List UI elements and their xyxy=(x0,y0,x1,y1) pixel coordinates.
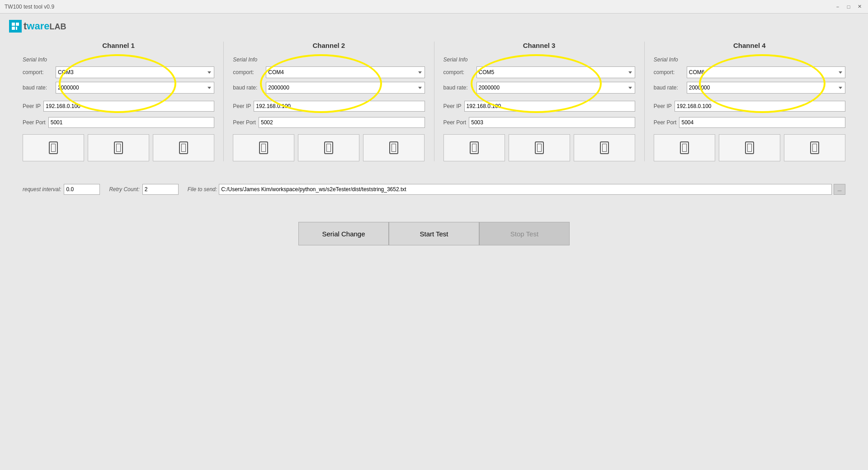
channel-3: Channel 3 Serial Info comport: COM5COM1C… xyxy=(434,42,644,161)
app-title: TW100 test tool v0.9 xyxy=(5,4,54,10)
channel-3-peer-ip-input[interactable] xyxy=(464,101,635,112)
channel-2-comport-label: comport: xyxy=(233,69,262,75)
channel-3-baudrate-row: baud rate: 200000096001152001000000 xyxy=(443,82,635,94)
channel-2-peer-section: Peer IP Peer Port xyxy=(233,101,425,128)
channel-1-baudrate-select[interactable]: 200000096001152001000000 xyxy=(56,82,214,94)
channel-2-comport-row: comport: COM4COM1COM2COM3COM5COM6 xyxy=(233,66,425,78)
channel-4-baudrate-row: baud rate: 200000096001152001000000 xyxy=(654,82,845,94)
retry-count-label: Retry Count: xyxy=(109,186,139,193)
channel-1-peer-section: Peer IP Peer Port xyxy=(23,101,214,128)
svg-rect-3 xyxy=(16,27,17,30)
channel-3-comport-select[interactable]: COM5COM1COM2COM3COM4COM6 xyxy=(476,66,635,78)
channel-1-comport-select[interactable]: COM3COM1COM2COM4COM5COM6 xyxy=(56,66,214,78)
channel-3-peer-port-input[interactable] xyxy=(469,117,635,128)
channel-1: Channel 1 Serial Info comport: COM3COM1C… xyxy=(14,42,223,161)
channel-1-indicator-3 xyxy=(153,134,214,161)
file-to-send-label: File to send: xyxy=(188,186,217,193)
channel-3-comport-row: comport: COM5COM1COM2COM3COM4COM6 xyxy=(443,66,635,78)
channel-1-indicator-row xyxy=(23,134,214,161)
close-button[interactable]: ✕ xyxy=(855,3,863,11)
channel-2-baudrate-row: baud rate: 200000096001152001000000 xyxy=(233,82,425,94)
request-interval-field: request interval: xyxy=(23,184,100,195)
channel-1-comport-label: comport: xyxy=(23,69,52,75)
channel-3-comport-label: comport: xyxy=(443,69,473,75)
channel-4-indicator-2 xyxy=(719,134,780,161)
channel-3-baudrate-select[interactable]: 200000096001152001000000 xyxy=(476,82,635,94)
channel-3-title: Channel 3 xyxy=(443,42,635,49)
channel-4-peer-ip-input[interactable] xyxy=(675,101,845,112)
channel-2-indicator-3 xyxy=(363,134,425,161)
serial-change-button[interactable]: Serial Change xyxy=(298,222,389,245)
file-to-send-input[interactable] xyxy=(219,184,832,195)
channel-1-title: Channel 1 xyxy=(23,42,214,49)
channel-3-indicator-2 xyxy=(509,134,570,161)
channel-2-comport-select[interactable]: COM4COM1COM2COM3COM5COM6 xyxy=(266,66,425,78)
file-browse-button[interactable]: ... xyxy=(834,184,845,195)
channel-2-peer-ip-label: Peer IP xyxy=(233,103,251,109)
channel-3-peer-port-label: Peer Port xyxy=(443,119,467,126)
channel-3-indicator-3 xyxy=(574,134,635,161)
channel-4-baudrate-label: baud rate: xyxy=(654,85,683,91)
channel-4-comport-select[interactable]: COM6COM1COM2COM3COM4COM5 xyxy=(687,66,845,78)
svg-rect-2 xyxy=(12,27,15,30)
channel-1-indicator-1 xyxy=(23,134,84,161)
channel-2-peer-port-label: Peer Port xyxy=(233,119,256,126)
channel-1-peer-ip-row: Peer IP xyxy=(23,101,214,112)
channel-4-peer-port-input[interactable] xyxy=(679,117,845,128)
channel-1-peer-ip-label: Peer IP xyxy=(23,103,41,109)
channel-3-indicator-1 xyxy=(443,134,505,161)
channel-4-title: Channel 4 xyxy=(654,42,845,49)
channel-4-indicator-row xyxy=(654,134,845,161)
svg-rect-1 xyxy=(16,23,19,26)
logo-area: twareLAB xyxy=(0,14,868,37)
main-content: Channel 1 Serial Info comport: COM3COM1C… xyxy=(0,37,868,250)
channel-4-peer-ip-row: Peer IP xyxy=(654,101,845,112)
retry-count-field: Retry Count: xyxy=(109,184,178,195)
channel-2-peer-ip-input[interactable] xyxy=(254,101,425,112)
channel-3-peer-ip-row: Peer IP xyxy=(443,101,635,112)
channel-4-peer-port-row: Peer Port xyxy=(654,117,845,128)
channel-2-indicator-1 xyxy=(233,134,294,161)
logo-text: twareLAB xyxy=(24,20,66,32)
channel-2-indicator-2 xyxy=(298,134,359,161)
channel-2-peer-port-row: Peer Port xyxy=(233,117,425,128)
channel-4-indicator-1 xyxy=(654,134,715,161)
channel-1-serial-info-label: Serial Info xyxy=(23,56,214,63)
start-test-button[interactable]: Start Test xyxy=(389,222,479,245)
minimize-button[interactable]: − xyxy=(834,3,842,11)
maximize-button[interactable]: □ xyxy=(844,3,853,11)
channel-3-peer-section: Peer IP Peer Port xyxy=(443,101,635,128)
channel-1-peer-port-input[interactable] xyxy=(48,117,215,128)
channel-4-peer-ip-label: Peer IP xyxy=(654,103,672,109)
svg-rect-0 xyxy=(12,23,15,26)
channels-row: Channel 1 Serial Info comport: COM3COM1C… xyxy=(14,42,854,161)
channel-3-peer-ip-label: Peer IP xyxy=(443,103,462,109)
channel-4-peer-section: Peer IP Peer Port xyxy=(654,101,845,128)
channel-3-baudrate-label: baud rate: xyxy=(443,85,473,91)
channel-4-peer-port-label: Peer Port xyxy=(654,119,677,126)
stop-test-button[interactable]: Stop Test xyxy=(479,222,570,245)
request-interval-input[interactable] xyxy=(64,184,100,195)
channel-1-baudrate-row: baud rate: 200000096001152001000000 xyxy=(23,82,214,94)
channel-4-indicator-3 xyxy=(784,134,845,161)
channel-1-baudrate-label: baud rate: xyxy=(23,85,52,91)
channel-2-baudrate-select[interactable]: 200000096001152001000000 xyxy=(266,82,425,94)
action-buttons: Serial Change Start Test Stop Test xyxy=(14,222,854,245)
channel-2-peer-port-input[interactable] xyxy=(259,117,425,128)
window-controls: − □ ✕ xyxy=(834,3,863,11)
channel-2-peer-ip-row: Peer IP xyxy=(233,101,425,112)
channel-1-peer-ip-input[interactable] xyxy=(43,101,214,112)
channel-1-peer-port-label: Peer Port xyxy=(23,119,46,126)
channel-2-indicator-row xyxy=(233,134,425,161)
channel-4-serial-info-label: Serial Info xyxy=(654,56,845,63)
retry-count-input[interactable] xyxy=(142,184,179,195)
channel-3-indicator-row xyxy=(443,134,635,161)
channel-3-serial-info-label: Serial Info xyxy=(443,56,635,63)
logo-icon xyxy=(9,20,22,33)
channel-4-baudrate-select[interactable]: 200000096001152001000000 xyxy=(687,82,845,94)
channel-2-serial-info-label: Serial Info xyxy=(233,56,425,63)
channel-4-comport-row: comport: COM6COM1COM2COM3COM4COM5 xyxy=(654,66,845,78)
channel-4-comport-label: comport: xyxy=(654,69,683,75)
channel-1-comport-row: comport: COM3COM1COM2COM4COM5COM6 xyxy=(23,66,214,78)
channel-2: Channel 2 Serial Info comport: COM4COM1C… xyxy=(224,42,434,161)
